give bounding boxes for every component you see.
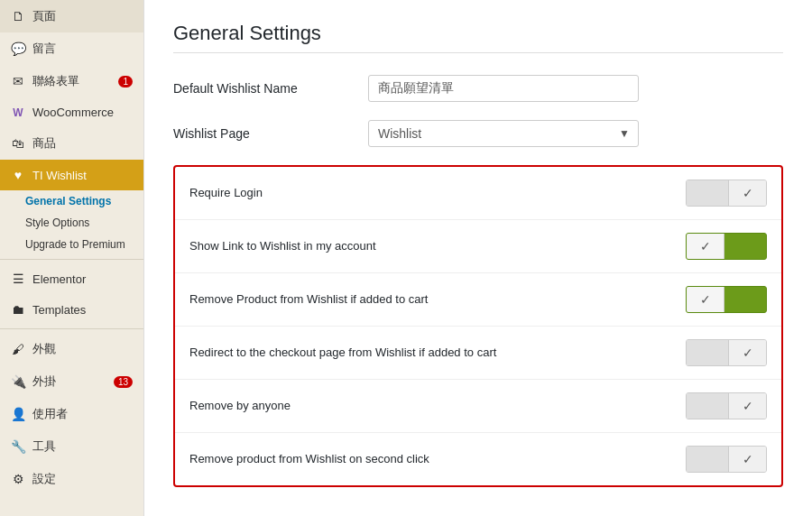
sidebar-label-woocommerce: WooCommerce xyxy=(32,106,114,119)
wishlist-name-row: Default Wishlist Name xyxy=(173,75,783,102)
plugins-icon: 🔌 xyxy=(11,374,25,389)
sidebar-label-ti-wishlist: TI Wishlist xyxy=(32,169,87,182)
toggle-off-left xyxy=(687,180,728,206)
toggle-check-area: ✓ xyxy=(728,180,766,206)
show-link-toggle[interactable]: ✓ xyxy=(686,233,767,260)
toggle-check-area-on2: ✓ xyxy=(687,287,724,312)
wishlist-name-label: Default Wishlist Name xyxy=(173,81,354,96)
redirect-checkout-row: Redirect to the checkout page from Wishl… xyxy=(175,327,781,380)
sidebar-label-comments: 留言 xyxy=(32,41,56,57)
remove-second-click-label: Remove product from Wishlist on second c… xyxy=(189,451,429,467)
toggle-settings-box: Require Login ✓ Show Link to Wishlist in… xyxy=(173,165,783,487)
products-icon: 🛍 xyxy=(11,136,25,151)
sidebar-label-products: 商品 xyxy=(32,135,56,152)
sidebar-item-elementor[interactable]: ☰ Elementor xyxy=(0,263,143,294)
wishlist-name-input[interactable] xyxy=(368,75,639,102)
require-login-row: Require Login ✓ xyxy=(175,167,781,220)
remove-product-row: Remove Product from Wishlist if added to… xyxy=(175,273,781,327)
toggle-check-area4: ✓ xyxy=(728,447,766,472)
sidebar-label-pages: 頁面 xyxy=(32,8,56,24)
checkmark-icon: ✓ xyxy=(700,239,711,253)
sidebar-item-settings[interactable]: ⚙ 設定 xyxy=(0,463,143,495)
require-login-toggle[interactable]: ✓ xyxy=(686,180,767,207)
toggle-check-area-on: ✓ xyxy=(687,234,724,259)
sidebar-item-appearance[interactable]: 🖌 外觀 xyxy=(0,333,143,365)
page-title: General Settings xyxy=(173,22,783,45)
remove-anyone-label: Remove by anyone xyxy=(189,398,291,414)
checkmark-icon: ✓ xyxy=(743,186,753,200)
remove-product-toggle[interactable]: ✓ xyxy=(686,286,767,313)
sidebar-label-elementor: Elementor xyxy=(32,272,86,286)
sidebar-label-contact: 聯絡表單 xyxy=(32,73,79,89)
sidebar-label-plugins: 外掛 xyxy=(32,373,56,390)
toggle-off-left3 xyxy=(687,393,728,419)
users-icon: 👤 xyxy=(11,407,25,421)
sidebar-item-products[interactable]: 🛍 商品 xyxy=(0,127,143,160)
sidebar-label-users: 使用者 xyxy=(32,406,68,422)
toggle-off-left4 xyxy=(687,447,728,472)
toggle-check-area2: ✓ xyxy=(728,340,766,365)
redirect-checkout-toggle[interactable]: ✓ xyxy=(686,339,767,366)
sidebar-sub-upgrade[interactable]: Upgrade to Premium xyxy=(0,234,143,255)
show-link-row: Show Link to Wishlist in my account ✓ xyxy=(175,220,781,273)
checkmark-icon5: ✓ xyxy=(743,452,753,466)
remove-anyone-toggle[interactable]: ✓ xyxy=(686,392,767,419)
contact-icon: ✉ xyxy=(11,74,25,88)
sidebar: 🗋 頁面 💬 留言 ✉ 聯絡表單 1 W WooCommerce 🛍 商品 ♥ … xyxy=(0,0,144,516)
settings-icon: ⚙ xyxy=(11,472,25,486)
sidebar-item-ti-wishlist[interactable]: ♥ TI Wishlist xyxy=(0,160,143,190)
sidebar-item-templates[interactable]: 🖿 Templates xyxy=(0,294,143,325)
pages-icon: 🗋 xyxy=(11,9,25,23)
comments-icon: 💬 xyxy=(11,41,25,56)
checkmark-icon3: ✓ xyxy=(743,346,753,360)
woocommerce-icon: W xyxy=(11,106,25,119)
sidebar-item-plugins[interactable]: 🔌 外掛 13 xyxy=(0,365,143,398)
sidebar-label-appearance: 外觀 xyxy=(32,341,56,357)
wishlist-page-select-wrapper: Wishlist ▼ xyxy=(368,120,639,147)
sidebar-sub-general-settings[interactable]: General Settings xyxy=(0,190,143,212)
toggle-green-area xyxy=(724,234,766,259)
sidebar-item-woocommerce[interactable]: W WooCommerce xyxy=(0,97,143,127)
wishlist-page-select[interactable]: Wishlist xyxy=(368,120,639,147)
remove-anyone-row: Remove by anyone ✓ xyxy=(175,380,781,433)
main-content: General Settings Default Wishlist Name W… xyxy=(144,0,812,516)
sidebar-item-pages[interactable]: 🗋 頁面 xyxy=(0,0,143,32)
sidebar-item-users[interactable]: 👤 使用者 xyxy=(0,398,143,430)
templates-icon: 🖿 xyxy=(11,302,25,317)
remove-second-click-row: Remove product from Wishlist on second c… xyxy=(175,433,781,485)
elementor-icon: ☰ xyxy=(11,272,25,286)
sidebar-item-comments[interactable]: 💬 留言 xyxy=(0,32,143,65)
redirect-checkout-label: Redirect to the checkout page from Wishl… xyxy=(189,345,496,361)
require-login-label: Require Login xyxy=(189,185,263,201)
wishlist-page-row: Wishlist Page Wishlist ▼ xyxy=(173,120,783,147)
appearance-icon: 🖌 xyxy=(11,342,25,356)
remove-product-label: Remove Product from Wishlist if added to… xyxy=(189,291,428,308)
toggle-green-area2 xyxy=(724,287,766,312)
tools-icon: 🔧 xyxy=(11,439,25,454)
show-link-label: Show Link to Wishlist in my account xyxy=(189,238,376,254)
wishlist-icon: ♥ xyxy=(11,168,25,182)
checkmark-icon2: ✓ xyxy=(700,292,711,307)
remove-second-click-toggle[interactable]: ✓ xyxy=(686,446,767,473)
sidebar-label-tools: 工具 xyxy=(32,438,56,455)
sidebar-sub-style-options[interactable]: Style Options xyxy=(0,212,143,234)
wishlist-page-label: Wishlist Page xyxy=(173,126,354,141)
toggle-check-area3: ✓ xyxy=(728,393,766,419)
sidebar-label-templates: Templates xyxy=(32,303,86,317)
toggle-off-left2 xyxy=(687,340,728,365)
contact-badge: 1 xyxy=(118,76,133,88)
plugins-badge: 13 xyxy=(114,376,133,388)
sidebar-item-tools[interactable]: 🔧 工具 xyxy=(0,430,143,463)
sidebar-item-contact[interactable]: ✉ 聯絡表單 1 xyxy=(0,65,143,97)
checkmark-icon4: ✓ xyxy=(743,399,753,413)
sidebar-label-settings: 設定 xyxy=(32,471,56,487)
